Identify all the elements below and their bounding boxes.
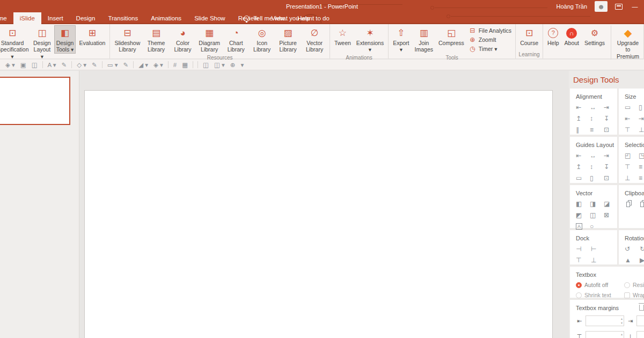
guide-top-icon[interactable]: ↥ — [576, 163, 590, 172]
course-button[interactable]: ⊡ Course — [518, 25, 540, 47]
boolean-fragment-icon[interactable]: ◫ — [590, 211, 604, 220]
select-layers-icon[interactable]: ≡ — [639, 163, 644, 172]
smart-align-tool[interactable]: # — [171, 60, 179, 70]
slide-thumbnail-1[interactable] — [0, 77, 70, 125]
panel-toggle-tool[interactable]: ◫ — [200, 60, 211, 70]
same-width-icon[interactable]: ▭ — [625, 104, 639, 112]
same-height-icon[interactable]: ▯ — [639, 104, 644, 112]
stretch-right-icon[interactable]: ⇥ — [639, 115, 644, 123]
diagram-library-button[interactable]: ▦ Diagram Library — [196, 25, 222, 54]
select-below-icon[interactable]: ⊥ — [625, 174, 639, 183]
margin-input[interactable]: ▴▾ — [586, 315, 624, 326]
margin-input[interactable]: ▴▾ — [586, 331, 624, 338]
qat-divider[interactable] — [133, 61, 134, 68]
settings-button[interactable]: ⚙ Settings — [582, 25, 607, 47]
align-bottom-icon[interactable]: ↧ — [604, 115, 618, 123]
qat-divider[interactable] — [102, 61, 103, 68]
add-lock-tool[interactable]: ⊕ — [228, 60, 238, 70]
guide-center-icon[interactable]: ↕ — [590, 163, 604, 172]
zoomit-button[interactable]: ⊕ ZoomIt — [469, 36, 511, 43]
tab-animations[interactable]: Animations — [144, 12, 188, 24]
qat-divider[interactable] — [168, 61, 169, 68]
select-above-icon[interactable]: ⊤ — [625, 163, 639, 172]
copy-format-tool[interactable]: ◫ — [29, 60, 40, 70]
select-similar-icon[interactable]: ◳ — [639, 152, 644, 160]
qat-divider[interactable] — [42, 61, 43, 68]
distribute-vertical-icon[interactable]: ≡ — [590, 126, 604, 135]
qat-divider[interactable] — [71, 61, 72, 68]
flip-horizontal-icon[interactable]: ▲ — [625, 256, 640, 265]
line-eyedropper-tool[interactable]: ✎ — [121, 60, 131, 70]
align-left-icon[interactable]: ⇤ — [576, 104, 590, 112]
align-center-icon[interactable]: ↔ — [590, 104, 604, 112]
align-to-slide-icon[interactable]: ⊡ — [604, 126, 618, 135]
color-library-button[interactable]: ◕ Color Library — [170, 25, 196, 54]
file-analytics-button[interactable]: ⊟ File Analytics — [469, 27, 511, 34]
boolean-union-icon[interactable]: ◧ — [576, 200, 590, 209]
slideshow-library-button[interactable]: ⊟ Slideshow Library — [112, 25, 142, 54]
ribbon-display-options-icon[interactable] — [615, 4, 623, 10]
font-tool[interactable]: A ▾ — [45, 60, 59, 70]
join-images-button[interactable]: ▥ Join Images — [413, 25, 435, 54]
fill-eyedropper-tool[interactable]: ✎ — [89, 60, 100, 70]
guide-h-margin-icon[interactable]: ▭ — [576, 174, 590, 183]
guide-v-margin-icon[interactable]: ▯ — [590, 174, 604, 183]
stretch-bottom-icon[interactable]: ⊥ — [639, 126, 644, 135]
slide-editing-area[interactable] — [84, 90, 553, 338]
account-name[interactable]: Hoàng Trần — [557, 3, 587, 10]
guide-left-icon[interactable]: ⇤ — [576, 152, 590, 160]
about-button[interactable]: ∩ About — [562, 25, 581, 47]
boolean-combine-icon[interactable]: ◨ — [590, 200, 604, 209]
qat-overflow-button[interactable]: ▾ — [238, 60, 246, 70]
evaluation-button[interactable]: ⊞ Evaluation — [77, 25, 107, 47]
tween-button[interactable]: ☆ Tween — [332, 25, 353, 47]
select-objects-icon[interactable]: ◰ — [625, 152, 639, 160]
shape-crop-icon[interactable]: ⊠ — [604, 211, 618, 220]
stretch-left-icon[interactable]: ⇤ — [625, 115, 639, 123]
theme-library-button[interactable]: ▤ Theme Library — [143, 25, 169, 54]
tab-islide[interactable]: iSlide — [13, 12, 41, 24]
margin-input[interactable]: ▴▾ — [636, 331, 644, 338]
tab-home[interactable]: Home — [0, 12, 13, 24]
vector-library-button[interactable]: ∅ Vector Library — [302, 25, 327, 54]
extensions-button[interactable]: ✶ Extensions ▾ — [354, 25, 386, 54]
wrap-text-checkbox[interactable]: Wrap text — [624, 292, 644, 298]
qat-divider[interactable] — [193, 61, 193, 68]
copy-icon[interactable] — [625, 200, 639, 209]
align-top-icon[interactable]: ↥ — [576, 115, 590, 123]
help-button[interactable]: ? Help — [545, 25, 561, 47]
font-eyedropper-tool[interactable]: ✎ — [59, 60, 70, 70]
tell-me-box[interactable]: Tell me what you want to do — [244, 12, 330, 24]
combine-shapes-tool[interactable]: ◈ ▾ — [151, 60, 166, 70]
export-button[interactable]: ⇧ Export ▾ — [391, 25, 411, 54]
format-painter-tool[interactable]: ▣ — [18, 60, 29, 70]
avatar[interactable]: ☻ — [595, 1, 608, 12]
design-layout-button[interactable]: ◫ Design Layout ▾ — [31, 25, 53, 60]
picture-library-button[interactable]: ▨ Picture Library — [275, 25, 301, 54]
qat-divider[interactable] — [197, 61, 198, 68]
distribute-horizontal-icon[interactable]: ∥ — [576, 126, 590, 135]
paste-icon[interactable] — [639, 200, 644, 209]
tab-slideshow[interactable]: Slide Show — [188, 12, 232, 24]
tab-insert[interactable]: Insert — [41, 12, 70, 24]
timer-button[interactable]: ◷ Timer ▾ — [469, 45, 511, 53]
panel-layout-tool[interactable]: ◫ ▾ — [211, 60, 228, 70]
guide-center-v-icon[interactable]: ↔ — [590, 152, 604, 160]
icon-library-button[interactable]: ◎ Icon Library — [250, 25, 274, 54]
boolean-subtract-icon[interactable]: ◩ — [576, 211, 590, 220]
dock-left-icon[interactable]: ⊣ — [576, 245, 591, 254]
minimize-button[interactable]: — — [630, 3, 640, 10]
standard-specification-button[interactable]: ⊡ Standard Specification ▾ — [0, 25, 30, 60]
shape-format-tool[interactable]: ◈ ▾ — [3, 60, 18, 70]
compress-button[interactable]: ◱ Compress — [436, 25, 466, 54]
resize-shape-radio[interactable]: Resize shape — [624, 282, 644, 288]
trash-icon[interactable] — [639, 305, 644, 311]
autofit-off-radio[interactable]: Autofit off — [576, 282, 624, 288]
guide-bottom-icon[interactable]: ↧ — [604, 163, 618, 172]
shrink-text-radio[interactable]: Shrink text — [576, 292, 624, 298]
dock-right-icon[interactable]: ⊢ — [591, 245, 606, 254]
align-right-icon[interactable]: ⇥ — [604, 104, 618, 112]
picture-tool[interactable]: ▦ — [179, 60, 191, 70]
chart-library-button[interactable]: ◔ Chart Library — [223, 25, 249, 54]
rotate-shape-tool[interactable]: ◢ ▾ — [136, 60, 151, 70]
